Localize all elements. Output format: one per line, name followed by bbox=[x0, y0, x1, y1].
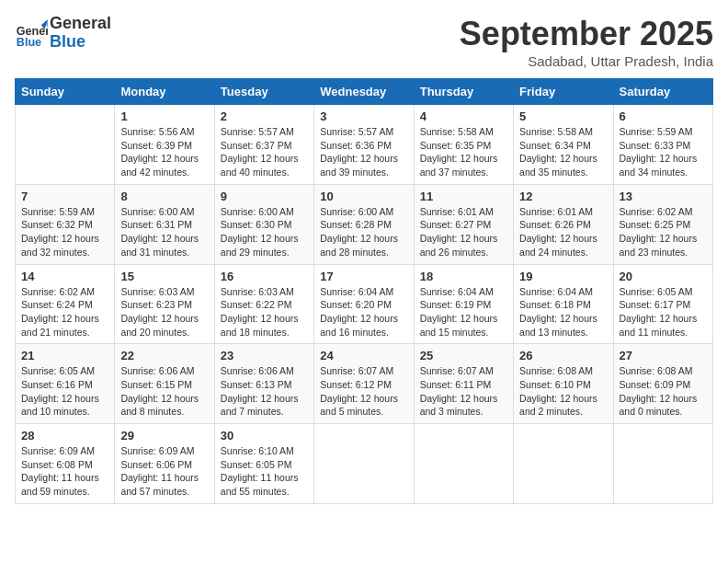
day-number: 14 bbox=[21, 270, 108, 283]
calendar-cell: 5Sunrise: 5:58 AM Sunset: 6:34 PM Daylig… bbox=[514, 105, 613, 185]
page-header: General Blue General Blue September 2025… bbox=[15, 15, 713, 69]
day-number: 23 bbox=[221, 349, 308, 362]
calendar-cell bbox=[16, 105, 115, 185]
calendar-cell: 8Sunrise: 6:00 AM Sunset: 6:31 PM Daylig… bbox=[115, 184, 214, 264]
day-info: Sunrise: 6:08 AM Sunset: 6:09 PM Dayligh… bbox=[620, 364, 707, 419]
day-number: 19 bbox=[519, 270, 607, 283]
day-info: Sunrise: 6:00 AM Sunset: 6:31 PM Dayligh… bbox=[120, 205, 208, 259]
day-info: Sunrise: 6:00 AM Sunset: 6:28 PM Dayligh… bbox=[320, 205, 407, 259]
logo-icon: General Blue bbox=[15, 17, 48, 50]
calendar-cell: 13Sunrise: 6:02 AM Sunset: 6:25 PM Dayli… bbox=[613, 184, 712, 264]
day-info: Sunrise: 6:05 AM Sunset: 6:16 PM Dayligh… bbox=[21, 364, 108, 419]
day-number: 13 bbox=[620, 190, 707, 203]
day-info: Sunrise: 6:06 AM Sunset: 6:15 PM Dayligh… bbox=[120, 364, 208, 419]
week-row-1: 7Sunrise: 5:59 AM Sunset: 6:32 PM Daylig… bbox=[16, 184, 713, 264]
day-number: 4 bbox=[420, 109, 507, 123]
day-info: Sunrise: 6:06 AM Sunset: 6:13 PM Dayligh… bbox=[221, 364, 308, 419]
calendar-cell: 23Sunrise: 6:06 AM Sunset: 6:13 PM Dayli… bbox=[214, 344, 313, 424]
week-row-4: 28Sunrise: 6:09 AM Sunset: 6:08 PM Dayli… bbox=[16, 424, 713, 504]
day-info: Sunrise: 6:01 AM Sunset: 6:27 PM Dayligh… bbox=[420, 205, 507, 259]
calendar-cell: 17Sunrise: 6:04 AM Sunset: 6:20 PM Dayli… bbox=[314, 264, 414, 344]
calendar-cell bbox=[414, 424, 513, 504]
calendar-cell bbox=[613, 424, 712, 504]
calendar-cell: 14Sunrise: 6:02 AM Sunset: 6:24 PM Dayli… bbox=[16, 264, 115, 344]
calendar-cell: 26Sunrise: 6:08 AM Sunset: 6:10 PM Dayli… bbox=[514, 344, 613, 424]
calendar-cell: 28Sunrise: 6:09 AM Sunset: 6:08 PM Dayli… bbox=[16, 424, 115, 504]
day-number: 25 bbox=[420, 349, 507, 362]
day-number: 8 bbox=[120, 190, 208, 203]
header-wednesday: Wednesday bbox=[314, 79, 414, 105]
header-sunday: Sunday bbox=[16, 79, 115, 105]
calendar-cell: 27Sunrise: 6:08 AM Sunset: 6:09 PM Dayli… bbox=[613, 344, 712, 424]
calendar-cell: 6Sunrise: 5:59 AM Sunset: 6:33 PM Daylig… bbox=[613, 105, 712, 185]
header-thursday: Thursday bbox=[414, 79, 513, 105]
day-number: 28 bbox=[21, 429, 108, 442]
calendar-cell: 22Sunrise: 6:06 AM Sunset: 6:15 PM Dayli… bbox=[115, 344, 214, 424]
day-number: 12 bbox=[519, 190, 607, 203]
day-number: 6 bbox=[620, 109, 707, 123]
calendar-cell: 18Sunrise: 6:04 AM Sunset: 6:19 PM Dayli… bbox=[414, 264, 513, 344]
day-info: Sunrise: 6:07 AM Sunset: 6:12 PM Dayligh… bbox=[320, 364, 407, 419]
calendar-cell: 19Sunrise: 6:04 AM Sunset: 6:18 PM Dayli… bbox=[514, 264, 613, 344]
header-row: SundayMondayTuesdayWednesdayThursdayFrid… bbox=[16, 79, 713, 105]
header-monday: Monday bbox=[115, 79, 214, 105]
day-info: Sunrise: 6:04 AM Sunset: 6:19 PM Dayligh… bbox=[420, 285, 507, 339]
day-number: 22 bbox=[120, 349, 208, 362]
day-number: 27 bbox=[620, 349, 707, 362]
day-number: 7 bbox=[21, 190, 108, 203]
calendar-cell: 9Sunrise: 6:00 AM Sunset: 6:30 PM Daylig… bbox=[214, 184, 313, 264]
calendar-cell: 16Sunrise: 6:03 AM Sunset: 6:22 PM Dayli… bbox=[214, 264, 313, 344]
month-title: September 2025 bbox=[460, 15, 713, 53]
calendar-cell: 15Sunrise: 6:03 AM Sunset: 6:23 PM Dayli… bbox=[115, 264, 214, 344]
day-info: Sunrise: 5:59 AM Sunset: 6:32 PM Dayligh… bbox=[21, 205, 108, 259]
day-number: 21 bbox=[21, 349, 108, 362]
day-number: 24 bbox=[320, 349, 407, 362]
calendar-cell: 4Sunrise: 5:58 AM Sunset: 6:35 PM Daylig… bbox=[414, 105, 513, 185]
day-number: 17 bbox=[320, 270, 407, 283]
calendar-cell: 1Sunrise: 5:56 AM Sunset: 6:39 PM Daylig… bbox=[115, 105, 214, 185]
calendar-cell: 25Sunrise: 6:07 AM Sunset: 6:11 PM Dayli… bbox=[414, 344, 513, 424]
day-info: Sunrise: 6:03 AM Sunset: 6:22 PM Dayligh… bbox=[221, 285, 308, 339]
day-info: Sunrise: 6:09 AM Sunset: 6:08 PM Dayligh… bbox=[21, 444, 108, 499]
day-number: 1 bbox=[120, 109, 208, 123]
svg-text:Blue: Blue bbox=[17, 36, 41, 49]
title-block: September 2025 Sadabad, Uttar Pradesh, I… bbox=[460, 15, 713, 69]
day-info: Sunrise: 5:59 AM Sunset: 6:33 PM Dayligh… bbox=[620, 125, 707, 179]
calendar-cell bbox=[314, 424, 414, 504]
header-tuesday: Tuesday bbox=[214, 79, 313, 105]
day-number: 15 bbox=[120, 270, 208, 283]
day-info: Sunrise: 5:58 AM Sunset: 6:34 PM Dayligh… bbox=[519, 125, 607, 179]
day-info: Sunrise: 5:57 AM Sunset: 6:37 PM Dayligh… bbox=[221, 125, 308, 179]
day-number: 26 bbox=[519, 349, 607, 362]
day-info: Sunrise: 6:08 AM Sunset: 6:10 PM Dayligh… bbox=[519, 364, 607, 419]
day-number: 5 bbox=[519, 109, 607, 123]
logo: General Blue General Blue bbox=[15, 15, 111, 52]
calendar-cell: 11Sunrise: 6:01 AM Sunset: 6:27 PM Dayli… bbox=[414, 184, 513, 264]
day-info: Sunrise: 6:04 AM Sunset: 6:18 PM Dayligh… bbox=[519, 285, 607, 339]
header-friday: Friday bbox=[514, 79, 613, 105]
calendar-table: SundayMondayTuesdayWednesdayThursdayFrid… bbox=[15, 78, 713, 504]
calendar-cell: 30Sunrise: 6:10 AM Sunset: 6:05 PM Dayli… bbox=[214, 424, 313, 504]
calendar-cell: 29Sunrise: 6:09 AM Sunset: 6:06 PM Dayli… bbox=[115, 424, 214, 504]
day-number: 18 bbox=[420, 270, 507, 283]
day-info: Sunrise: 6:03 AM Sunset: 6:23 PM Dayligh… bbox=[120, 285, 208, 339]
calendar-cell: 20Sunrise: 6:05 AM Sunset: 6:17 PM Dayli… bbox=[613, 264, 712, 344]
day-number: 3 bbox=[320, 109, 407, 123]
day-info: Sunrise: 5:56 AM Sunset: 6:39 PM Dayligh… bbox=[120, 125, 208, 179]
day-number: 11 bbox=[420, 190, 507, 203]
calendar-cell: 7Sunrise: 5:59 AM Sunset: 6:32 PM Daylig… bbox=[16, 184, 115, 264]
day-number: 30 bbox=[221, 429, 308, 442]
location-subtitle: Sadabad, Uttar Pradesh, India bbox=[460, 53, 713, 69]
day-info: Sunrise: 6:07 AM Sunset: 6:11 PM Dayligh… bbox=[420, 364, 507, 419]
calendar-cell: 21Sunrise: 6:05 AM Sunset: 6:16 PM Dayli… bbox=[16, 344, 115, 424]
calendar-cell: 10Sunrise: 6:00 AM Sunset: 6:28 PM Dayli… bbox=[314, 184, 414, 264]
week-row-2: 14Sunrise: 6:02 AM Sunset: 6:24 PM Dayli… bbox=[16, 264, 713, 344]
calendar-cell: 3Sunrise: 5:57 AM Sunset: 6:36 PM Daylig… bbox=[314, 105, 414, 185]
day-number: 10 bbox=[320, 190, 407, 203]
week-row-3: 21Sunrise: 6:05 AM Sunset: 6:16 PM Dayli… bbox=[16, 344, 713, 424]
day-info: Sunrise: 6:09 AM Sunset: 6:06 PM Dayligh… bbox=[120, 444, 208, 499]
day-info: Sunrise: 6:05 AM Sunset: 6:17 PM Dayligh… bbox=[620, 285, 707, 339]
day-number: 29 bbox=[120, 429, 208, 442]
calendar-cell: 12Sunrise: 6:01 AM Sunset: 6:26 PM Dayli… bbox=[514, 184, 613, 264]
calendar-cell: 2Sunrise: 5:57 AM Sunset: 6:37 PM Daylig… bbox=[214, 105, 313, 185]
